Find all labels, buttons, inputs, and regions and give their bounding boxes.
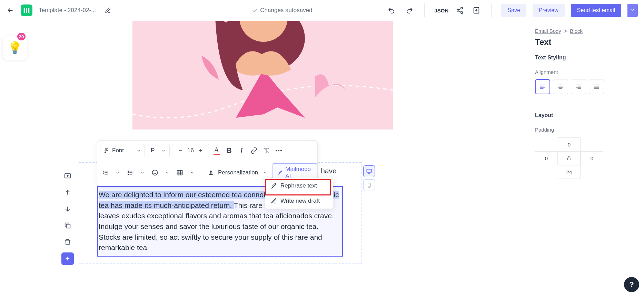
lightbulb-icon: 💡 [8,41,22,55]
mobile-view[interactable] [363,179,375,191]
svg-point-4 [457,9,459,11]
back-button[interactable] [6,6,14,15]
align-right[interactable] [571,79,586,94]
svg-point-16 [152,170,158,175]
breadcrumb-block[interactable]: Block [570,28,583,34]
svg-point-15 [128,174,129,174]
svg-point-14 [128,172,129,173]
bold-button[interactable]: B [224,145,234,156]
desktop-view[interactable] [363,165,375,177]
padding-label: Padding [535,127,634,133]
svg-rect-1 [26,8,27,13]
table-dropdown[interactable] [187,167,197,178]
device-preview-tools [363,165,375,191]
personalization-dropdown[interactable] [260,167,270,178]
font-size-stepper[interactable]: − 16 + [172,144,209,157]
add-block-button[interactable]: + [61,252,74,265]
padding-lock-icon[interactable] [558,151,581,165]
hero-image [132,21,393,130]
panel-title: Text [535,37,634,47]
json-button[interactable]: JSON [434,8,448,13]
personalization-button[interactable]: Personalization [218,169,258,176]
text-color-button[interactable]: A [211,145,222,156]
block-tools: + [61,170,75,265]
font-family-selector[interactable]: Font [100,144,145,157]
svg-point-13 [128,171,129,171]
tips-count: 20 [17,33,26,40]
undo-button[interactable] [386,5,397,16]
clear-format-button[interactable] [261,145,271,156]
svg-rect-24 [567,158,571,160]
move-down-icon[interactable] [61,203,74,215]
send-dropdown[interactable] [627,4,638,17]
svg-point-3 [461,7,463,9]
rephrase-text-option[interactable]: Rephrase text [265,178,333,193]
breadcrumb-email-body[interactable]: Email Body [535,28,561,34]
move-up-icon[interactable] [61,186,74,199]
table-button[interactable] [175,167,185,178]
preview-button[interactable]: Preview [533,4,565,17]
svg-rect-17 [177,170,182,175]
add-folder-icon[interactable] [61,170,74,182]
link-button[interactable] [249,145,259,156]
svg-rect-0 [24,8,25,13]
personalization-icon [206,167,216,178]
more-options[interactable] [274,145,284,156]
svg-rect-20 [66,224,70,228]
emoji-button[interactable] [150,167,160,178]
padding-right[interactable]: 0 [581,151,603,165]
save-button[interactable]: Save [501,4,526,17]
padding-bottom[interactable]: 24 [558,165,581,179]
align-left[interactable] [535,79,550,94]
redo-button[interactable] [404,5,415,16]
increase-size[interactable]: + [195,145,206,156]
alignment-label: Alignment [535,69,634,75]
decrease-size[interactable]: − [176,145,186,156]
ai-dropdown-menu: Rephrase text Write new draft [265,178,333,209]
download-icon[interactable] [471,5,482,16]
unordered-list-dropdown[interactable] [137,167,148,178]
edit-title-icon[interactable] [105,7,111,13]
tips-badge[interactable]: 💡 20 [3,36,27,60]
duplicate-icon[interactable] [61,219,74,232]
padding-top[interactable]: 0 [558,137,581,151]
emoji-dropdown[interactable] [162,167,172,178]
svg-point-5 [461,12,463,13]
paragraph-selector[interactable]: P [147,144,170,157]
layout-heading: Layout [535,112,634,118]
unordered-list[interactable] [125,167,135,178]
text-styling-heading: Text Styling [535,55,634,61]
svg-point-11 [278,150,279,151]
ordered-list[interactable] [100,167,110,178]
svg-point-18 [210,171,212,173]
ordered-list-dropdown[interactable] [112,167,123,178]
send-test-email-button[interactable]: Send test email [571,4,621,17]
svg-point-12 [280,150,282,151]
align-center[interactable] [553,79,568,94]
padding-left[interactable]: 0 [535,151,558,165]
help-button[interactable]: ? [624,277,639,292]
svg-point-23 [369,186,369,186]
align-justify[interactable] [589,79,604,94]
properties-panel: Email Body > Block Text Text Styling Ali… [525,21,644,297]
breadcrumb: Email Body > Block [535,28,634,34]
svg-rect-21 [367,169,371,172]
write-new-draft-option[interactable]: Write new draft [265,193,333,209]
svg-rect-2 [28,8,30,13]
svg-point-10 [276,150,277,151]
delete-icon[interactable] [61,236,74,248]
autosave-status: Changes autosaved [252,7,312,14]
italic-button[interactable]: I [236,145,247,156]
template-title: Template - 2024-02-... [39,7,96,14]
share-icon[interactable] [455,5,465,16]
app-logo [21,4,32,16]
